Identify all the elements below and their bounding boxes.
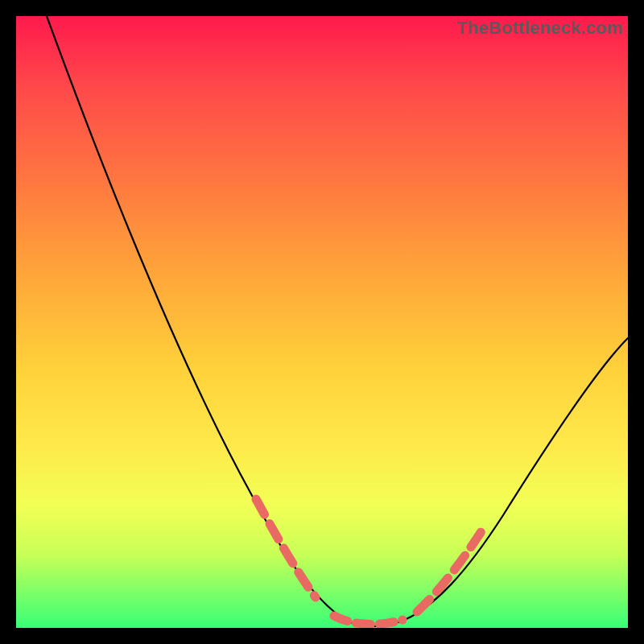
curve-svg (16, 16, 628, 628)
valley-floor-dash (334, 616, 402, 624)
right-ascent-dash (417, 531, 481, 612)
gradient-plot-area: TheBottleneck.com (16, 16, 628, 628)
chart-frame: TheBottleneck.com (0, 0, 644, 644)
left-descent-dash (256, 499, 316, 597)
bottleneck-curve (47, 16, 628, 626)
